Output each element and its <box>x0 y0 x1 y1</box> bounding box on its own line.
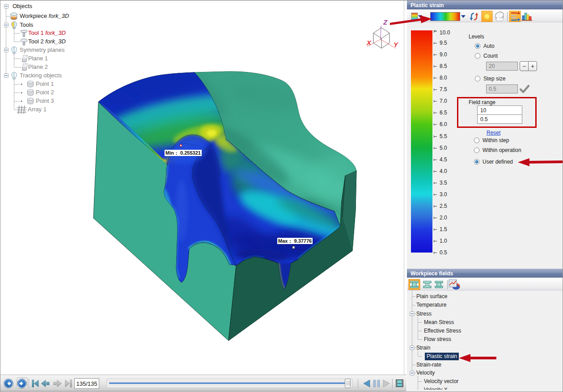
svg-text:X: X <box>366 39 372 46</box>
svg-text:Y: Y <box>394 41 399 48</box>
svg-text:135/135: 135/135 <box>76 380 97 387</box>
svg-text:Z: Z <box>383 18 388 26</box>
